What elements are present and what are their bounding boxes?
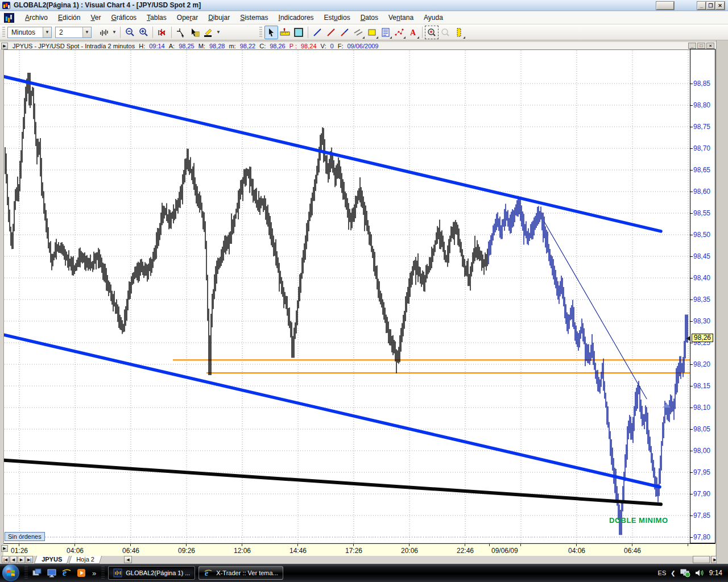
visual-chart-icon [113, 568, 122, 577]
pointer-info-button[interactable] [188, 26, 201, 39]
chevron-down-icon[interactable]: ▼ [43, 27, 51, 38]
menu-item-edicion[interactable]: Edición [53, 12, 85, 23]
draw-line-blue-button[interactable] [311, 26, 324, 39]
menu-item-sistemas[interactable]: Sistemas [235, 12, 273, 23]
price-axis-label: 98,80 [693, 101, 716, 109]
quicklaunch-media-player[interactable] [75, 567, 88, 579]
chart-header-field: 98,22 [240, 43, 256, 49]
close-button[interactable]: ✕ [715, 2, 725, 10]
scatter-tool-button[interactable] [392, 26, 406, 39]
crosshair-cursor-button[interactable] [174, 26, 188, 39]
task-button-visual-chart[interactable]: GLOBAL2(Página 1) ... [108, 566, 195, 580]
chart-maximize-button[interactable]: □ [697, 43, 705, 49]
taskbar-grip[interactable] [101, 566, 105, 580]
tab-nav-button-3[interactable]: ▶| [26, 556, 33, 563]
quicklaunch-overflow-chevron[interactable]: » [92, 569, 96, 577]
bar-style-button[interactable] [97, 26, 111, 39]
menu-item-estudios[interactable]: Estudios [319, 12, 355, 23]
price-axis[interactable]: 98,8598,8098,7598,7098,6598,6098,5598,50… [690, 49, 715, 543]
menu-item-graficos[interactable]: Gráficos [106, 12, 142, 23]
rectangle-tool-button[interactable] [365, 26, 379, 39]
period-type-combo[interactable]: Minutos ▼ [7, 27, 52, 38]
chart-close-button[interactable]: × [706, 43, 714, 49]
draw-trend-line-button[interactable] [338, 26, 351, 39]
chart-header-field: 0 [330, 43, 334, 49]
document-icon[interactable] [4, 13, 14, 23]
chart-header: ▶ JPYUS - JPY/USD Spot - Intradía 2 minu… [0, 42, 717, 49]
menu-item-tablas[interactable]: Tablas [142, 12, 172, 23]
chart-header-fields: JPYUS - JPY/USD Spot - Intradía 2 minuto… [13, 43, 383, 49]
time-axis-label: 22:46 [454, 547, 476, 555]
restore-button[interactable]: ❐ [706, 2, 715, 10]
quicklaunch-show-desktop[interactable] [46, 567, 58, 579]
chart-header-expand-button[interactable]: ▶ [1, 43, 8, 49]
quicklaunch-internet-explorer[interactable]: e [60, 567, 73, 579]
start-button[interactable] [2, 564, 19, 581]
task-button-internet-explorer[interactable]: eX-Trader :: Ver tema... [198, 566, 283, 580]
parallel-lines-button[interactable] [351, 26, 365, 39]
tab-nav-button-0[interactable]: |◀ [2, 556, 9, 563]
highlighter-button[interactable] [201, 26, 215, 39]
blue-line-icon [312, 27, 322, 38]
taskbar-clock[interactable]: 9:14 [709, 569, 722, 577]
price-axis-label: 98,65 [693, 166, 716, 174]
tab-nav-button-1[interactable]: ◀ [10, 556, 17, 563]
tray-collapse-chevron[interactable]: ❮ [671, 570, 675, 576]
horizontal-scrollbar-thumb[interactable] [693, 556, 710, 563]
time-axis-label: 01:26 [9, 547, 30, 555]
chart-minimize-button[interactable]: _ [688, 43, 696, 49]
chart-header-field: F: [338, 43, 344, 49]
draw-line-red-button[interactable] [324, 26, 338, 39]
chart-annotation: DOBLE MINIMO [609, 516, 668, 525]
bar-style-dropdown[interactable]: ▼ [111, 26, 118, 39]
desktop-icon [47, 568, 56, 577]
parallel-lines-icon [353, 27, 363, 38]
sheet-tab-hoja2[interactable]: Hoja 2 [69, 556, 102, 564]
minimize-button[interactable]: _ [697, 2, 706, 10]
menu-item-dibujar[interactable]: Dibujar [203, 12, 235, 23]
menu-item-ventana[interactable]: Ventana [383, 12, 419, 23]
menu-item-archivo[interactable]: Archivo [20, 12, 53, 23]
pointer-tool-button[interactable] [264, 26, 278, 39]
highlighter-icon [203, 27, 213, 38]
extra-title-button[interactable] [656, 2, 674, 10]
toolbar-grip[interactable] [259, 27, 262, 38]
time-axis[interactable]: ▶ 01:2604:0606:4609:2612:0614:4617:2620:… [3, 543, 715, 556]
vertical-cursor-button[interactable] [452, 26, 466, 39]
price-axis-label: 98,40 [693, 274, 716, 282]
toolbar-grip[interactable] [2, 27, 5, 38]
zoom-box-tool-button[interactable] [292, 26, 305, 39]
zoom-out-button[interactable] [123, 26, 136, 39]
price-axis-label: 98,55 [693, 209, 716, 217]
menu-item-indicadores[interactable]: Indicadores [274, 12, 319, 23]
tab-scroll-left-button[interactable]: ◀ [124, 556, 132, 563]
sheet-tab-jpyus[interactable]: JPYUS [34, 556, 70, 564]
network-icon[interactable] [680, 568, 690, 577]
time-axis-expand-button[interactable]: ▶ [1, 545, 8, 552]
quicklaunch-switch-windows[interactable] [31, 567, 43, 579]
ruler-icon [279, 28, 291, 37]
taskbar-grip[interactable] [24, 566, 28, 580]
notes-tool-button[interactable] [379, 26, 392, 39]
time-axis-label: 06:46 [622, 547, 643, 555]
period-value-combo[interactable]: 2 ▼ [55, 27, 92, 38]
menu-item-datos[interactable]: Datos [355, 12, 383, 23]
menu-item-ayuda[interactable]: Ayuda [419, 12, 448, 23]
measure-tool-button[interactable] [278, 26, 292, 39]
menu-item-ver[interactable]: Ver [85, 12, 106, 23]
app-icon [2, 2, 10, 9]
chevron-down-icon[interactable]: ▼ [82, 27, 91, 38]
language-indicator[interactable]: ES [658, 569, 667, 576]
zoom-in-button[interactable] [136, 26, 150, 39]
zoom-area-button[interactable] [425, 26, 439, 39]
hide-bars-button[interactable] [155, 26, 169, 39]
text-tool-button[interactable]: A [406, 26, 420, 39]
menu-item-operar[interactable]: Operar [172, 12, 203, 23]
crosshair-cursor-icon [176, 27, 186, 38]
highlighter-dropdown[interactable]: ▼ [215, 26, 222, 39]
volume-icon[interactable] [695, 568, 705, 577]
chart-plot-area[interactable]: DOBLE MINIMO [3, 49, 690, 543]
bars-delete-icon [157, 28, 167, 37]
tab-nav-button-2[interactable]: ▶ [18, 556, 25, 563]
price-axis-label: 98,60 [693, 188, 716, 196]
